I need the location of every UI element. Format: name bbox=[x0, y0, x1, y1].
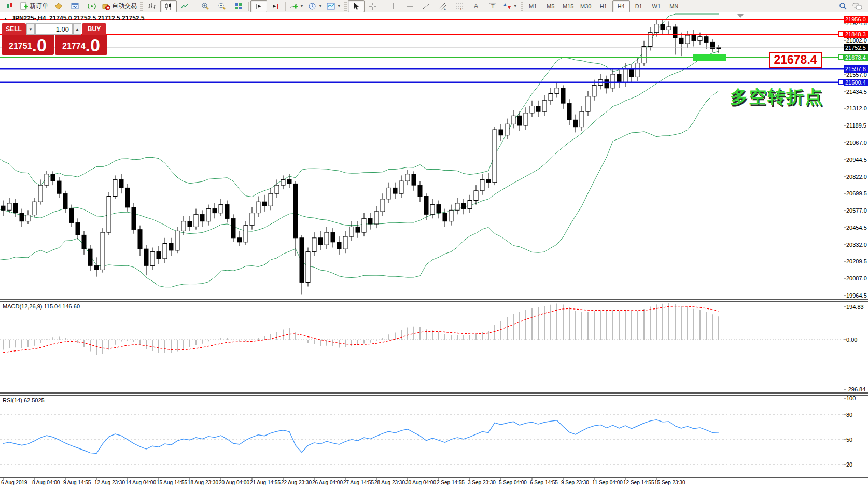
time-label: 21 Aug 14:55 bbox=[250, 480, 281, 485]
mt4-window: 新订单 自动交易 bbox=[0, 0, 868, 491]
price-tick-label: 21802.0 bbox=[846, 37, 867, 44]
buy-price-display[interactable]: 21774 .0 bbox=[55, 35, 107, 55]
price-badge: 21500.4 bbox=[844, 79, 868, 86]
sell-price-display[interactable]: 21751 .0 bbox=[2, 35, 54, 55]
macd-panel-separator[interactable] bbox=[0, 299, 868, 302]
collapse-triangle-icon[interactable]: ▲ bbox=[3, 16, 8, 21]
price-tick-label: 20822.0 bbox=[846, 173, 867, 180]
buy-button[interactable]: BUY bbox=[82, 23, 106, 35]
time-label: 27 Aug 14:55 bbox=[343, 480, 374, 485]
time-label: 2 Sep 14:55 bbox=[437, 480, 465, 485]
price-tick-label: 20209.5 bbox=[846, 258, 867, 265]
time-label: 28 Aug 23:30 bbox=[374, 480, 405, 485]
price-tick-label: 19964.5 bbox=[846, 292, 867, 299]
one-click-trading-panel: SELL ▼ 1.00 ▲ BUY 21751 .0 21774 .0 bbox=[2, 23, 107, 55]
price-tick-label: 21312.0 bbox=[846, 105, 867, 112]
chart-ohlc: 21745.0 21752.5 21712.5 21752.5 bbox=[49, 15, 145, 22]
time-label: 22 Aug 23:30 bbox=[281, 480, 312, 485]
price-tick-label: 20087.0 bbox=[846, 275, 867, 282]
macd-tick-label: 194.83 bbox=[846, 303, 864, 311]
turning-point-annotation[interactable]: 多空转折点 bbox=[730, 85, 823, 109]
rsi-label: RSI(14) 62.5025 bbox=[3, 397, 45, 403]
rsi-tick-label: 20 bbox=[846, 461, 852, 468]
time-label: 26 Aug 04:00 bbox=[312, 480, 343, 485]
macd-tick-label: -296.84 bbox=[846, 386, 865, 393]
time-label: 3 Sep 23:30 bbox=[468, 480, 496, 485]
price-tick-label: 21189.5 bbox=[846, 122, 866, 129]
price-tick-label: 20454.5 bbox=[846, 224, 867, 231]
price-badge: 21956.0 bbox=[844, 16, 868, 23]
sell-button[interactable]: SELL bbox=[2, 23, 26, 35]
time-label: 6 Aug 2019 bbox=[1, 480, 27, 485]
price-tag-label[interactable]: 21678.4 bbox=[769, 52, 822, 68]
price-tick-label: 20944.5 bbox=[846, 156, 867, 163]
price-badge: 21597.6 bbox=[844, 65, 868, 73]
time-label: 15 Sep 23:30 bbox=[654, 480, 685, 485]
rsi-panel-separator[interactable] bbox=[0, 392, 868, 396]
price-tick-label: 21067.0 bbox=[846, 139, 867, 146]
chart-symbol: JPN225-,H4 bbox=[11, 15, 46, 22]
price-badge: 21678.4 bbox=[844, 54, 868, 61]
time-label: 6 Sep 14:55 bbox=[530, 480, 558, 485]
sell-price-main: 21751 bbox=[9, 38, 32, 54]
price-tick-label: 20332.0 bbox=[846, 241, 867, 248]
price-badge: 21752.5 bbox=[844, 44, 868, 51]
time-label: 9 Sep 23:30 bbox=[561, 480, 589, 485]
time-axis-separator bbox=[0, 477, 868, 478]
rsi-tick-label: 100 bbox=[846, 395, 856, 402]
macd-label: MACD(12,26,9) 115.04 146.60 bbox=[3, 303, 80, 310]
time-label: 5 Sep 04:00 bbox=[499, 480, 527, 485]
volume-decrease-button[interactable]: ▼ bbox=[26, 23, 35, 35]
volume-increase-button[interactable]: ▲ bbox=[73, 23, 81, 35]
buy-price-pips: .0 bbox=[86, 36, 100, 54]
price-badge: 21848.3 bbox=[844, 31, 868, 38]
time-label: 12 Sep 14:55 bbox=[623, 480, 654, 485]
time-label: 15 Aug 14:55 bbox=[157, 480, 187, 485]
rsi-tick-label: 50 bbox=[846, 436, 852, 443]
time-label: 18 Aug 23:30 bbox=[188, 480, 218, 485]
price-tick-label: 20577.0 bbox=[846, 207, 867, 214]
time-label: 14 Aug 04:00 bbox=[125, 480, 156, 485]
price-tick-label: 20699.5 bbox=[846, 190, 867, 197]
time-label: 12 Aug 23:30 bbox=[94, 480, 125, 485]
macd-tick-label: 0.00 bbox=[846, 336, 857, 343]
time-label: 9 Aug 14:55 bbox=[63, 480, 91, 485]
volume-input[interactable]: 1.00 bbox=[35, 23, 73, 35]
time-label: 20 Aug 04:00 bbox=[219, 480, 249, 485]
rsi-tick-label: 80 bbox=[846, 411, 852, 418]
price-tick-label: 21434.5 bbox=[846, 88, 867, 95]
sell-price-pips: .0 bbox=[32, 36, 47, 54]
time-label: 11 Sep 04:00 bbox=[592, 480, 623, 485]
buy-price-main: 21774 bbox=[62, 38, 86, 54]
chart-canvas[interactable] bbox=[0, 0, 868, 491]
time-label: 8 Aug 04:00 bbox=[32, 480, 60, 485]
time-label: 30 Aug 04:00 bbox=[405, 480, 436, 485]
chart-title: ▲ JPN225-,H4 21745.0 21752.5 21712.5 217… bbox=[3, 15, 145, 22]
